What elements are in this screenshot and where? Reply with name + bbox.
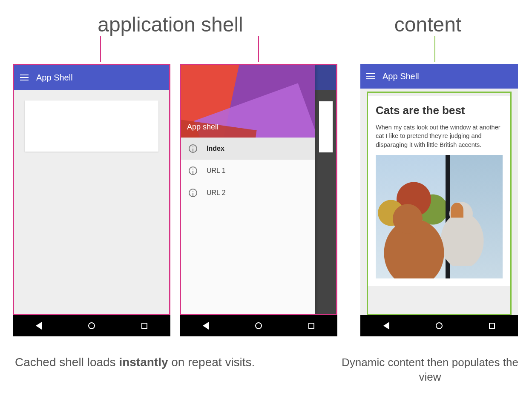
appbar: App Shell — [14, 65, 169, 90]
caption-content: Dynamic content then populates the view — [336, 356, 523, 384]
caption-bold: instantly — [119, 356, 168, 369]
drawer-item-label: URL 1 — [207, 167, 226, 175]
connector-shell-1 — [100, 36, 101, 62]
spacer — [347, 64, 351, 336]
phone-content-populated: App Shell Cats are the best When my cats… — [360, 64, 518, 336]
empty-content-card — [25, 100, 158, 152]
article-title: Cats are the best — [376, 104, 503, 117]
nav-back-icon[interactable] — [36, 322, 42, 330]
article-image-cats — [376, 155, 503, 278]
info-icon — [189, 189, 197, 197]
caption-shell: Cached shell loads instantly on repeat v… — [9, 356, 336, 384]
content-card: Cats are the best When my cats look out … — [368, 96, 510, 286]
drawer-item-url1[interactable]: URL 1 — [181, 160, 315, 182]
android-navbar — [13, 315, 170, 336]
nav-home-icon[interactable] — [88, 322, 95, 329]
caption-text: on repeat visits. — [168, 356, 255, 369]
navigation-drawer: App shell Index URL 1 URL — [181, 65, 315, 314]
drawer-hero-title: App shell — [187, 123, 219, 132]
nav-back-icon[interactable] — [383, 322, 389, 330]
nav-recent-icon[interactable] — [308, 323, 314, 329]
captions-row: Cached shell loads instantly on repeat v… — [9, 356, 523, 384]
phone-screen-3: App Shell Cats are the best When my cats… — [360, 64, 518, 315]
android-navbar — [180, 315, 337, 336]
hamburger-icon[interactable] — [20, 75, 29, 80]
connector-shell-2 — [258, 36, 259, 62]
nav-home-icon[interactable] — [436, 322, 443, 329]
phones-row: App Shell App sh — [9, 64, 523, 336]
connector-lines — [9, 38, 523, 64]
heading-row: application shell content — [9, 13, 523, 36]
nav-home-icon[interactable] — [255, 322, 262, 329]
nav-recent-icon[interactable] — [141, 323, 147, 329]
phone-shell-drawer: App shell Index URL 1 URL — [180, 64, 337, 336]
nav-recent-icon[interactable] — [489, 323, 495, 329]
appbar-title: App Shell — [382, 72, 419, 81]
heading-application-shell: application shell — [9, 13, 332, 36]
nav-back-icon[interactable] — [203, 322, 209, 330]
heading-content: content — [332, 13, 523, 36]
phone-screen-2: App shell Index URL 1 URL — [180, 64, 337, 315]
drawer-item-label: Index — [207, 145, 224, 152]
article-body: When my cats look out the window at anot… — [376, 123, 503, 149]
drawer-list: Index URL 1 URL 2 — [181, 138, 315, 314]
phone-screen-1: App Shell — [13, 64, 170, 315]
drawer-item-url2[interactable]: URL 2 — [181, 182, 315, 204]
appbar-title: App Shell — [36, 73, 73, 83]
android-navbar — [360, 315, 518, 336]
hamburger-icon[interactable] — [366, 73, 375, 79]
drawer-item-label: URL 2 — [207, 189, 226, 197]
caption-text: Cached shell loads — [15, 356, 119, 369]
info-icon — [189, 144, 197, 153]
drawer-item-index[interactable]: Index — [181, 138, 315, 160]
info-icon — [189, 166, 197, 175]
drawer-hero: App shell — [181, 65, 315, 138]
phone-shell-empty: App Shell — [13, 64, 170, 336]
appbar: App Shell — [360, 64, 518, 89]
connector-content — [434, 36, 435, 62]
background-card-peek — [319, 101, 333, 152]
